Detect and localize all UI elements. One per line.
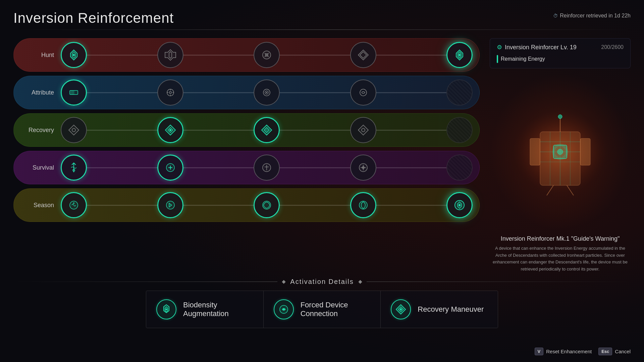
device-name: Inversion Reinforcer Mk.1 "Guide's Warni… bbox=[490, 235, 631, 242]
recovery-nodes bbox=[61, 117, 473, 143]
skill-tree: Hunt bbox=[13, 38, 480, 273]
svg-point-27 bbox=[73, 202, 74, 204]
hunt-connector-2 bbox=[183, 55, 254, 56]
rec-connector-4 bbox=[376, 130, 447, 131]
rec-node-3[interactable] bbox=[254, 117, 280, 143]
hunt-connector-3 bbox=[280, 55, 350, 56]
surv-connector-1 bbox=[87, 167, 157, 168]
reinforcer-description: Inversion Reinforcer Mk.1 "Guide's Warni… bbox=[490, 235, 631, 273]
recovery-row: Recovery bbox=[13, 113, 480, 147]
season-connector-3 bbox=[280, 205, 350, 206]
page-header: Inversion Reinforcement ⏱ Reinforcer ret… bbox=[13, 10, 631, 26]
survival-label: Survival bbox=[20, 164, 61, 171]
surv-connector-4 bbox=[376, 167, 447, 168]
activation-diamond-right bbox=[358, 280, 362, 284]
attr-node-5[interactable] bbox=[446, 79, 473, 106]
svg-point-42 bbox=[557, 149, 563, 155]
forced-icon-circle bbox=[274, 299, 294, 319]
attr-node-3[interactable] bbox=[254, 79, 280, 106]
season-node-1[interactable] bbox=[61, 192, 87, 218]
timer-info: ⏱ Reinforcer retrieved in 1d 22h bbox=[553, 13, 631, 19]
rec-node-2[interactable] bbox=[157, 117, 183, 143]
reinforcer-title-row: ⚙ Inversion Reinforcer Lv. 19 bbox=[497, 44, 577, 51]
recovery-icon-circle bbox=[391, 299, 411, 319]
hunt-node-2[interactable] bbox=[157, 42, 183, 68]
reset-btn[interactable]: V Reset Enhancement bbox=[535, 348, 592, 355]
svg-point-9 bbox=[169, 92, 171, 94]
cancel-label: Cancel bbox=[615, 349, 631, 354]
svg-point-48 bbox=[166, 309, 167, 310]
timer-label: Reinforcer retrieved in 1d 22h bbox=[560, 13, 631, 19]
hunt-node-5[interactable] bbox=[446, 42, 473, 68]
rec-node-5[interactable] bbox=[446, 117, 473, 143]
main-layout: Hunt bbox=[13, 38, 631, 273]
season-nodes bbox=[61, 192, 473, 218]
attr-connector-3 bbox=[280, 92, 350, 93]
hunt-node-4[interactable] bbox=[350, 42, 376, 68]
recovery-maneuver-label: Recovery Maneuver bbox=[418, 305, 484, 314]
activation-header: Activation Details bbox=[13, 278, 631, 286]
reinforcer-xp: 200/2600 bbox=[601, 44, 624, 50]
surv-node-5[interactable] bbox=[446, 155, 473, 181]
footer: V Reset Enhancement Esc Cancel bbox=[535, 348, 631, 355]
clock-icon: ⏱ bbox=[553, 13, 558, 18]
attr-node-2[interactable] bbox=[157, 79, 183, 106]
cancel-btn[interactable]: Esc Cancel bbox=[598, 348, 631, 355]
hunt-connector-4 bbox=[376, 55, 447, 56]
right-panel: ⚙ Inversion Reinforcer Lv. 19 200/2600 R… bbox=[490, 38, 631, 273]
hunt-node-3[interactable] bbox=[254, 42, 280, 68]
survival-row: Survival bbox=[13, 151, 480, 184]
attr-connector-2 bbox=[183, 92, 254, 93]
page-title: Inversion Reinforcement bbox=[13, 10, 174, 26]
svg-point-17 bbox=[360, 89, 367, 96]
surv-connector-3 bbox=[280, 167, 350, 168]
attr-node-4[interactable] bbox=[350, 79, 376, 106]
svg-point-46 bbox=[558, 115, 562, 119]
forced-label: Forced Device Connection bbox=[301, 301, 371, 318]
attribute-nodes bbox=[61, 79, 473, 106]
season-connector-1 bbox=[87, 205, 157, 206]
rec-node-4[interactable] bbox=[350, 117, 376, 143]
energy-label: Remaining Energy bbox=[497, 55, 624, 63]
energy-text: Remaining Energy bbox=[501, 56, 545, 62]
hunt-label: Hunt bbox=[20, 52, 61, 59]
attribute-row: Attribute bbox=[13, 76, 480, 109]
season-node-3[interactable] bbox=[254, 192, 280, 218]
attribute-label: Attribute bbox=[20, 89, 61, 96]
activation-card-forced[interactable]: Forced Device Connection bbox=[264, 291, 381, 328]
hunt-node-1[interactable] bbox=[61, 42, 87, 68]
season-node-2[interactable] bbox=[157, 192, 183, 218]
cancel-key[interactable]: Esc bbox=[598, 348, 612, 355]
header-divider bbox=[13, 29, 631, 30]
artwork-device bbox=[506, 105, 614, 199]
activation-card-biodensity[interactable]: Biodensity Augmentation bbox=[146, 291, 264, 328]
surv-node-1[interactable] bbox=[61, 155, 87, 181]
svg-rect-44 bbox=[580, 138, 590, 165]
device-desc: A device that can enhance the Inversion … bbox=[490, 245, 631, 273]
season-connector-2 bbox=[183, 205, 254, 206]
surv-node-4[interactable] bbox=[350, 155, 376, 181]
reset-label: Reset Enhancement bbox=[546, 349, 592, 354]
gear-icon: ⚙ bbox=[497, 44, 502, 51]
rec-connector-1 bbox=[87, 130, 157, 131]
season-node-5[interactable] bbox=[446, 192, 473, 218]
rec-node-1[interactable] bbox=[61, 117, 87, 143]
activation-title: Activation Details bbox=[290, 278, 354, 286]
svg-point-16 bbox=[266, 92, 267, 93]
reset-key[interactable]: V bbox=[535, 348, 544, 355]
hunt-nodes bbox=[61, 42, 473, 68]
surv-node-3[interactable] bbox=[254, 155, 280, 181]
svg-point-3 bbox=[459, 54, 461, 56]
attr-node-1[interactable] bbox=[61, 79, 87, 106]
survival-nodes bbox=[61, 155, 473, 181]
rec-connector-3 bbox=[280, 130, 350, 131]
season-node-4[interactable] bbox=[350, 192, 376, 218]
activation-card-recovery[interactable]: Recovery Maneuver bbox=[381, 291, 498, 328]
reinforcer-name: Inversion Reinforcer Lv. 19 bbox=[505, 44, 577, 51]
activation-line-right bbox=[367, 282, 631, 282]
svg-point-0 bbox=[73, 54, 75, 56]
recovery-label: Recovery bbox=[20, 127, 61, 134]
hunt-row: Hunt bbox=[13, 38, 480, 72]
surv-node-2[interactable] bbox=[157, 155, 183, 181]
season-label: Season bbox=[20, 202, 61, 209]
